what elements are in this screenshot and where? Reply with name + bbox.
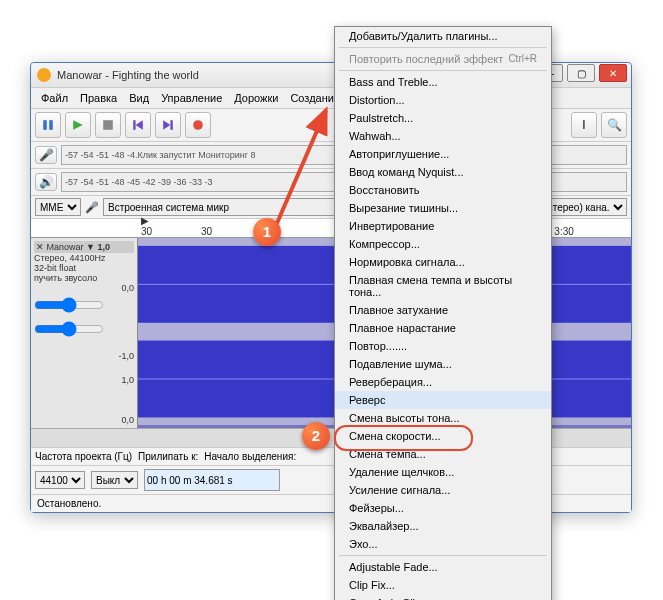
mic-icon-small: 🎤 bbox=[85, 201, 99, 214]
track-name: Manowar bbox=[47, 242, 84, 252]
svg-rect-4 bbox=[133, 120, 135, 130]
svg-marker-2 bbox=[73, 120, 83, 130]
mi-invert[interactable]: Инвертирование bbox=[335, 217, 551, 235]
svg-rect-0 bbox=[43, 120, 47, 130]
mi-clip-fix[interactable]: Clip Fix... bbox=[335, 576, 551, 594]
mi-wahwah[interactable]: Wahwah... bbox=[335, 127, 551, 145]
mi-normalize[interactable]: Нормировка сигнала... bbox=[335, 253, 551, 271]
mi-reverse[interactable]: Реверс bbox=[335, 391, 551, 409]
menu-view[interactable]: Вид bbox=[123, 90, 155, 106]
mi-nyquist[interactable]: Ввод команд Nyquist... bbox=[335, 163, 551, 181]
tool-select[interactable]: I bbox=[571, 112, 597, 138]
mi-crossfade-clips[interactable]: Crossfade Clips bbox=[335, 594, 551, 600]
callout-badge-1: 1 bbox=[253, 218, 281, 246]
svg-marker-6 bbox=[163, 120, 170, 130]
project-rate-select[interactable]: 44100 bbox=[35, 471, 85, 489]
mi-sliding-stretch[interactable]: Плавная смена темпа и высоты тона... bbox=[335, 271, 551, 301]
sel-start-label: Начало выделения: bbox=[204, 451, 296, 462]
mi-adjustable-fade[interactable]: Adjustable Fade... bbox=[335, 558, 551, 576]
speaker-icon: 🔊 bbox=[35, 173, 57, 191]
snap-select[interactable]: Выкл bbox=[91, 471, 138, 489]
tool-zoom[interactable]: 🔍 bbox=[601, 112, 627, 138]
mi-compressor[interactable]: Компрессор... bbox=[335, 235, 551, 253]
menu-file[interactable]: Файл bbox=[35, 90, 74, 106]
svg-line-15 bbox=[274, 110, 326, 230]
mi-change-speed[interactable]: Смена скорости... bbox=[335, 427, 551, 445]
mi-paulstretch[interactable]: Paulstretch... bbox=[335, 109, 551, 127]
maximize-button[interactable]: ▢ bbox=[567, 64, 595, 82]
track-control-panel[interactable]: ✕ Manowar ▼ 1,0 Стерео, 44100Hz 32-bit f… bbox=[31, 238, 138, 428]
pan-slider[interactable] bbox=[34, 321, 104, 337]
menu-separator bbox=[339, 47, 547, 48]
mi-amplify[interactable]: Усиление сигнала... bbox=[335, 481, 551, 499]
mi-change-pitch[interactable]: Смена высоты тона... bbox=[335, 409, 551, 427]
effects-menu: Добавить/Удалить плагины... Повторить по… bbox=[334, 26, 552, 600]
menu-separator bbox=[339, 70, 547, 71]
mi-fade-out[interactable]: Плавное затухание bbox=[335, 301, 551, 319]
mic-icon: 🎤 bbox=[35, 146, 57, 164]
svg-rect-3 bbox=[103, 120, 113, 130]
mi-click-removal[interactable]: Удаление щелчков... bbox=[335, 463, 551, 481]
host-select[interactable]: MME bbox=[35, 198, 81, 216]
mi-truncate-silence[interactable]: Вырезание тишины... bbox=[335, 199, 551, 217]
callout-arrow bbox=[270, 104, 340, 234]
mi-plugins[interactable]: Добавить/Удалить плагины... bbox=[335, 27, 551, 45]
stop-button[interactable] bbox=[95, 112, 121, 138]
svg-marker-5 bbox=[136, 120, 143, 130]
callout-badge-2: 2 bbox=[302, 422, 330, 450]
track-mute-solo[interactable]: пучить звусоло bbox=[34, 273, 134, 283]
skip-end-button[interactable] bbox=[155, 112, 181, 138]
pause-button[interactable] bbox=[35, 112, 61, 138]
mi-reverb[interactable]: Реверберация... bbox=[335, 373, 551, 391]
svg-rect-7 bbox=[170, 120, 172, 130]
skip-start-button[interactable] bbox=[125, 112, 151, 138]
mi-distortion[interactable]: Distortion... bbox=[335, 91, 551, 109]
mi-restore[interactable]: Восстановить bbox=[335, 181, 551, 199]
menu-control[interactable]: Управление bbox=[155, 90, 228, 106]
menu-separator bbox=[339, 555, 547, 556]
mi-equalizer[interactable]: Эквалайзер... bbox=[335, 517, 551, 535]
close-button[interactable]: ✕ bbox=[599, 64, 627, 82]
window-title: Manowar - Fighting the world bbox=[57, 69, 199, 81]
mi-echo[interactable]: Эхо... bbox=[335, 535, 551, 553]
sel-start-input[interactable] bbox=[144, 469, 280, 491]
snap-label: Прилипать к: bbox=[138, 451, 198, 462]
track-bitdepth: 32-bit float bbox=[34, 263, 134, 273]
project-rate-label: Частота проекта (Гц) bbox=[35, 451, 132, 462]
menu-edit[interactable]: Правка bbox=[74, 90, 123, 106]
mi-phaser[interactable]: Фейзеры... bbox=[335, 499, 551, 517]
mi-change-tempo[interactable]: Смена темпа... bbox=[335, 445, 551, 463]
play-button[interactable] bbox=[65, 112, 91, 138]
track-close-icon[interactable]: ✕ bbox=[36, 242, 44, 252]
record-button[interactable] bbox=[185, 112, 211, 138]
track-format: Стерео, 44100Hz bbox=[34, 253, 134, 263]
svg-rect-1 bbox=[49, 120, 53, 130]
mi-noise-reduction[interactable]: Подавление шума... bbox=[335, 355, 551, 373]
mi-bass-treble[interactable]: Bass and Treble... bbox=[335, 73, 551, 91]
gain-slider[interactable] bbox=[34, 297, 104, 313]
mi-fade-in[interactable]: Плавное нарастание bbox=[335, 319, 551, 337]
mi-autoduck[interactable]: Автоприглушение... bbox=[335, 145, 551, 163]
mi-repeat[interactable]: Повтор....... bbox=[335, 337, 551, 355]
mi-repeat-last: Повторить последний эффектCtrl+R bbox=[335, 50, 551, 68]
svg-point-8 bbox=[193, 120, 203, 130]
app-icon bbox=[37, 68, 51, 82]
